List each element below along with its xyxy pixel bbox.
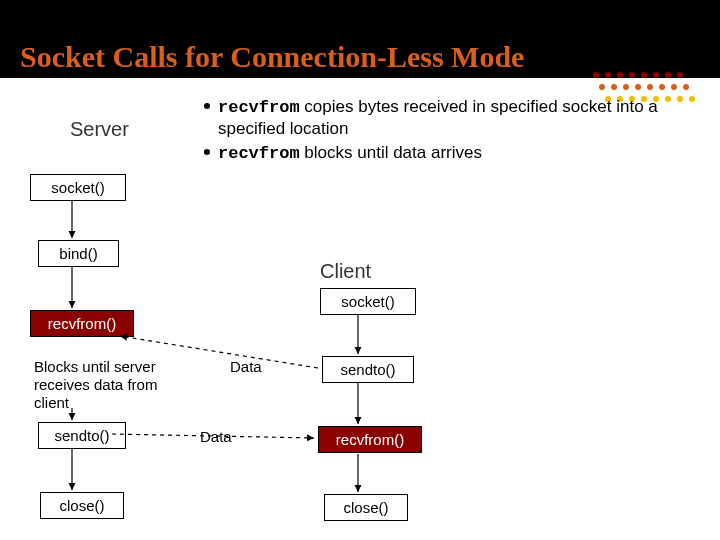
slide: Socket Calls for Connection-Less Mode	[0, 0, 720, 540]
title-bar: Socket Calls for Connection-Less Mode	[0, 0, 720, 78]
bullet-2: recvfrom blocks until data arrives	[204, 142, 690, 164]
client-recvfrom-box: recvfrom()	[318, 426, 422, 453]
server-recvfrom-box: recvfrom()	[30, 310, 134, 337]
client-socket-box: socket()	[320, 288, 416, 315]
slide-body: Server recvfrom copies bytes received in…	[0, 78, 720, 540]
code-recvfrom-2: recvfrom	[218, 144, 300, 163]
bullet-list: recvfrom copies bytes received in specif…	[190, 96, 690, 166]
code-recvfrom-1: recvfrom	[218, 98, 300, 117]
server-bind-box: bind()	[38, 240, 119, 267]
client-sendto-box: sendto()	[322, 356, 414, 383]
slide-title: Socket Calls for Connection-Less Mode	[20, 40, 524, 74]
blocks-note: Blocks until server receives data from c…	[34, 358, 194, 412]
bullet-1: recvfrom copies bytes received in specif…	[204, 96, 690, 140]
server-sendto-box: sendto()	[38, 422, 126, 449]
server-socket-box: socket()	[30, 174, 126, 201]
data-label-1: Data	[230, 358, 262, 375]
server-heading: Server	[70, 118, 129, 141]
client-heading: Client	[320, 260, 371, 283]
server-close-box: close()	[40, 492, 124, 519]
data-label-2: Data	[200, 428, 232, 445]
client-close-box: close()	[324, 494, 408, 521]
